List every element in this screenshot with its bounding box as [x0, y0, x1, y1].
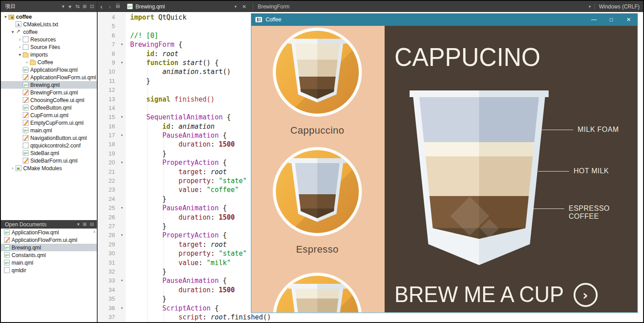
open-doc-constants-qml[interactable]: qmConstants.qml [1, 251, 97, 259]
split-panel-icon[interactable]: ⊞ [83, 4, 87, 9]
sync-icon[interactable]: ⇆ [75, 4, 79, 9]
editor-tab-brewing-qml[interactable]: qm Brewing.qml ▾ ✕ [123, 1, 253, 12]
back-icon[interactable]: ‹ [97, 3, 106, 10]
cml-icon [16, 21, 21, 27]
tree-item-brewing-qml[interactable]: qmBrewing.qml [1, 81, 97, 89]
tree-item-qtquickcontrols2-conf[interactable]: qtquickcontrols2.conf [1, 142, 97, 149]
fold-marker-icon[interactable]: ▾ [118, 40, 126, 49]
tree-item-imports[interactable]: ▾imports [1, 51, 97, 58]
expand-icon[interactable]: › [10, 166, 16, 171]
line-number: 16 [98, 122, 118, 131]
brew-cta-label[interactable]: BREW ME A CUP [394, 282, 564, 307]
fold-marker-icon[interactable]: ▾ [118, 158, 126, 167]
fold-marker-icon[interactable]: ▾ [118, 58, 126, 67]
code-text: //! [0] [126, 31, 158, 40]
open-docs-close-icon[interactable]: ⊟ [90, 221, 94, 227]
fold-spacer [118, 267, 126, 276]
fold-marker-icon[interactable]: ▾ [118, 113, 126, 122]
open-doc-label: main.qml [10, 260, 33, 266]
code-text: import QtQuick [126, 13, 186, 22]
code-text: BrewingForm { [126, 40, 182, 49]
tree-item-label: NavigationButton.ui.qml [29, 135, 87, 141]
tab-close-icon[interactable]: ✕ [239, 4, 249, 10]
tree-item-applicationflowform-ui-qml[interactable]: ApplicationFlowForm.ui.qml [1, 74, 97, 81]
close-button[interactable]: ✕ [620, 13, 637, 26]
tree-item-coffee[interactable]: ▾coffee [1, 13, 97, 20]
expand-icon[interactable]: › [17, 45, 23, 49]
tree-item-emptycupform-ui-qml[interactable]: EmptyCupForm.ui.qml [1, 119, 97, 127]
tree-item-coffee[interactable]: ▾coffee [1, 28, 97, 36]
fold-spacer [118, 77, 126, 86]
encoding-selector[interactable]: ▾ Windows (CRLF) [589, 4, 643, 10]
panel-dropdown-icon[interactable]: ▾ [62, 4, 65, 9]
open-doc-main-qml[interactable]: qmmain.qml [1, 259, 97, 266]
close-panel-icon[interactable]: ⊡ [90, 4, 94, 9]
code-line-37[interactable]: 37 script: root.finished() [98, 313, 643, 322]
tree-item-coffee[interactable]: ›Coffee [1, 58, 97, 66]
symbol-selector[interactable]: BrewingForm [253, 4, 289, 10]
line-number: 4 [98, 13, 118, 22]
tree-item-brewingform-ui-qml[interactable]: BrewingForm.ui.qml [1, 89, 97, 96]
scroll-up-icon[interactable]: ∧ [93, 229, 96, 234]
app-body: Cappuccino Espresso [251, 26, 637, 312]
tree-item-applicationflow-qml[interactable]: qmApplicationFlow.qml [1, 66, 97, 74]
chevron-down-icon[interactable]: ▾ [589, 4, 591, 9]
expand-icon[interactable]: › [24, 60, 30, 65]
fold-spacer [118, 149, 126, 158]
open-docs-dropdown-icon[interactable]: ▾ [77, 221, 80, 227]
qml-icon: qm [4, 260, 10, 266]
tree-item-cmakelists-txt[interactable]: CMakeLists.txt [1, 20, 97, 28]
drink-button-espresso[interactable] [273, 147, 362, 236]
project-panel-title: 项目 [1, 3, 62, 10]
fold-marker-icon[interactable]: ▾ [118, 276, 126, 285]
collapse-icon[interactable]: ▾ [3, 14, 8, 19]
open-doc-brewing-qml[interactable]: qmBrewing.qml [1, 244, 97, 251]
line-number: 18 [98, 140, 118, 149]
screenshot-root: 项目 ▾ ▼ ⇆ ⊞ ⊡ ‹ › qm Brewing.qml ▾ ✕ Brew… [0, 0, 644, 323]
tree-item-choosingcoffee-ui-qml[interactable]: ChoosingCoffee.ui.qml [1, 96, 97, 104]
brew-button[interactable]: › [574, 283, 598, 307]
tree-item-sidebarform-ui-qml[interactable]: SideBarForm.ui.qml [1, 157, 97, 164]
drink-button-cappuccino[interactable] [273, 28, 362, 117]
tree-item-label: ApplicationFlowForm.ui.qml [29, 74, 96, 81]
fold-spacer [118, 286, 126, 294]
code-text: animation.start() [126, 67, 231, 76]
line-number: 5 [98, 22, 118, 31]
page-icon [23, 37, 29, 42]
collapse-icon[interactable]: ▾ [17, 52, 23, 57]
tree-item-main-qml[interactable]: qmmain.qml [1, 127, 97, 134]
maximize-button[interactable]: □ [603, 13, 620, 26]
open-doc-applicationflowform-ui-qml[interactable]: ApplicationFlowForm.ui.qml [1, 236, 97, 244]
tree-item-sidebar-qml[interactable]: qmSideBar.qml [1, 149, 97, 157]
code-text: property: "state" [126, 249, 247, 258]
expand-icon[interactable]: › [17, 37, 23, 42]
fold-marker-icon[interactable]: ▾ [118, 231, 126, 240]
tab-dropdown-icon[interactable]: ▾ [234, 4, 237, 9]
open-doc-qmldir[interactable]: qmldir [1, 266, 97, 274]
chevron-right-icon: › [582, 287, 588, 303]
fold-marker-icon[interactable]: ▾ [118, 131, 126, 140]
fold-marker-icon[interactable]: ▾ [118, 204, 126, 213]
open-doc-label: qmldir [10, 267, 26, 274]
window-title-bar[interactable]: Coffee — □ ✕ [251, 13, 637, 26]
open-docs-split-icon[interactable]: ⊞ [83, 221, 87, 227]
collapse-icon[interactable]: ▾ [10, 29, 16, 34]
tree-item-coffeebutton-qml[interactable]: qmCoffeeButton.qml [1, 104, 97, 111]
tree-item-navigationbutton-ui-qml[interactable]: NavigationButton.ui.qml [1, 134, 97, 142]
tree-item-resources[interactable]: ›Resources [1, 36, 97, 43]
filter-icon[interactable]: ▼ [67, 4, 72, 9]
fold-marker-icon[interactable]: ▾ [118, 304, 126, 313]
drink-button-latte[interactable] [273, 273, 362, 312]
open-doc-applicationflow-qml[interactable]: qmApplicationFlow.qml [1, 229, 97, 236]
fold-spacer [118, 22, 126, 31]
tree-item-cupform-ui-qml[interactable]: CupForm.ui.qml [1, 111, 97, 119]
ui-icon [23, 112, 29, 118]
tree-item-label: SideBarForm.ui.qml [29, 158, 78, 164]
tree-item-source-files[interactable]: ›Source Files [1, 43, 97, 51]
proj-icon [8, 15, 14, 20]
forward-icon[interactable]: › [106, 3, 114, 10]
fold-spacer [118, 31, 126, 40]
latte-cup-icon [291, 284, 343, 312]
minimize-button[interactable]: — [585, 13, 603, 26]
tree-item-cmake-modules[interactable]: ›CMake Modules [1, 164, 97, 172]
